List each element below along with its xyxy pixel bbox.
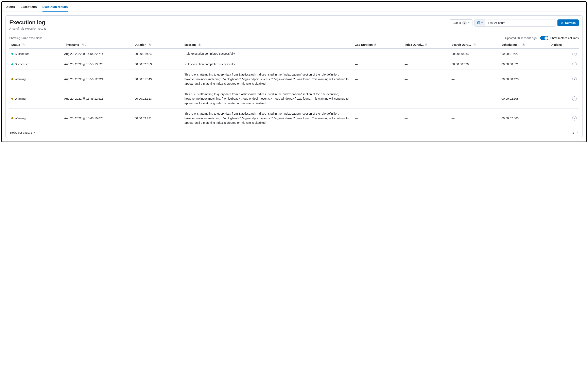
sort-desc-icon[interactable]: ↓ — [85, 44, 86, 46]
metrics-columns-toggle[interactable] — [540, 36, 548, 40]
search-cell: — — [450, 69, 500, 89]
message-cell: This rule is attempting to query data fr… — [182, 109, 353, 128]
help-icon[interactable]: ? — [425, 44, 428, 46]
table-row: WarningAug 20, 2022 @ 15:40:10.07500:00:… — [9, 109, 579, 128]
duration-cell: 00:00:01:949 — [133, 69, 182, 89]
col-header-status[interactable]: Status ? — [9, 42, 62, 49]
col-header-duration-label: Duration — [135, 43, 146, 46]
next-page-button[interactable]: › — [577, 131, 578, 134]
help-icon[interactable]: ? — [374, 44, 377, 46]
search-cell: 00:00:00:064 — [450, 49, 500, 59]
col-header-status-label: Status — [11, 43, 20, 46]
row-actions-button[interactable] — [572, 62, 577, 66]
duration-cell: 00:00:02:353 — [133, 59, 182, 69]
prev-page-button[interactable]: ‹ — [568, 131, 570, 134]
tab-alerts[interactable]: Alerts — [6, 4, 15, 11]
chevron-down-icon: ▾ — [481, 22, 483, 24]
col-header-scheduling[interactable]: Scheduling … ? — [499, 42, 549, 49]
table-row: SucceededAug 20, 2022 @ 15:55:13.72300:0… — [9, 59, 579, 69]
col-header-gap-duration[interactable]: Gap Duration ? — [353, 42, 403, 49]
search-cell: — — [450, 109, 500, 128]
status-dot-icon — [11, 63, 13, 65]
pagination: ‹ 1 › — [568, 131, 578, 134]
help-icon[interactable]: ? — [81, 44, 84, 46]
index-cell: — — [403, 109, 450, 128]
status-label: Succeeded — [15, 52, 30, 55]
showing-count: Showing 5 rule executions — [9, 36, 42, 40]
status-cell: Succeeded — [11, 63, 60, 66]
row-actions-button[interactable] — [572, 52, 577, 56]
col-header-duration[interactable]: Duration ? — [133, 42, 182, 49]
message-cell: This rule is attempting to query data fr… — [182, 69, 353, 89]
gap-cell: — — [353, 69, 403, 89]
status-dot-icon — [11, 117, 13, 119]
status-cell: Warning — [11, 97, 60, 100]
rows-per-page-label: Rows per page: 5 — [10, 131, 32, 134]
help-icon[interactable]: ? — [148, 44, 151, 46]
col-header-index-duration[interactable]: Index Durati… ? — [403, 42, 450, 49]
status-cell: Warning — [11, 77, 60, 81]
status-dot-icon — [11, 78, 13, 80]
refresh-button[interactable]: Refresh — [557, 20, 579, 26]
help-icon[interactable]: ? — [198, 44, 201, 46]
gap-cell: — — [353, 49, 403, 59]
timestamp-cell: Aug 20, 2022 @ 15:50:12.921 — [62, 69, 133, 89]
svg-rect-0 — [478, 22, 480, 24]
timestamp-cell: Aug 20, 2022 @ 15:55:13.723 — [62, 59, 133, 69]
table-row: WarningAug 20, 2022 @ 15:50:12.92100:00:… — [9, 69, 579, 89]
col-header-actions-label: Actions — [551, 43, 562, 46]
scheduling-cell: 00:00:01:627 — [499, 49, 549, 59]
row-actions-button[interactable] — [572, 77, 577, 81]
refresh-button-label: Refresh — [565, 21, 576, 24]
help-icon[interactable]: ? — [522, 44, 525, 46]
status-dot-icon — [11, 98, 13, 100]
status-label: Warning — [15, 97, 25, 100]
scheduling-cell: 00:00:00:428 — [499, 69, 549, 89]
col-header-search-label: Search Dura… — [452, 43, 471, 46]
scheduling-cell: 00:00:02:508 — [499, 89, 549, 108]
duration-cell: 00:00:03:921 — [133, 109, 182, 128]
page-number[interactable]: 1 — [572, 131, 574, 134]
row-actions-button[interactable] — [572, 116, 577, 121]
message-cell: This rule is attempting to query data fr… — [182, 89, 353, 108]
duration-cell: 00:00:02:113 — [133, 89, 182, 108]
page-subtitle: A log of rule execution results — [9, 27, 46, 30]
status-label: Succeeded — [15, 63, 30, 66]
gap-cell: — — [353, 109, 403, 128]
status-label: Warning — [15, 117, 25, 120]
status-cell: Warning — [11, 117, 60, 120]
help-icon[interactable]: ? — [473, 44, 475, 46]
timestamp-cell: Aug 20, 2022 @ 15:45:12.511 — [62, 89, 133, 108]
status-filter-count: 3 — [462, 21, 467, 24]
updated-ago: Updated 28 seconds ago — [505, 36, 537, 40]
date-range-label[interactable]: Last 24 hours — [485, 20, 555, 26]
col-header-scheduling-label: Scheduling … — [501, 43, 520, 46]
col-header-timestamp-label: Timestamp — [64, 43, 79, 46]
chevron-down-icon: ▾ — [34, 131, 35, 134]
row-actions-button[interactable] — [572, 96, 577, 101]
tab-execution-results[interactable]: Execution results — [42, 4, 68, 11]
col-header-timestamp[interactable]: Timestamp ? ↓ — [62, 42, 133, 49]
search-cell: 00:00:00:090 — [450, 59, 500, 69]
status-dot-icon — [11, 53, 13, 55]
col-header-message-label: Message — [185, 43, 197, 46]
table-row: WarningAug 20, 2022 @ 15:45:12.51100:00:… — [9, 89, 579, 108]
status-label: Warning — [15, 77, 25, 81]
col-header-actions: Actions — [549, 42, 579, 49]
col-header-gap-label: Gap Duration — [355, 43, 373, 46]
index-cell: — — [403, 69, 450, 89]
col-header-search-duration[interactable]: Search Dura… ? — [450, 42, 500, 49]
tab-exceptions[interactable]: Exceptions — [21, 4, 37, 11]
index-cell: — — [403, 89, 450, 108]
date-quick-select[interactable]: ▾ — [475, 20, 485, 26]
date-range-picker[interactable]: ▾ Last 24 hours — [474, 19, 556, 27]
duration-cell: 00:00:01:424 — [133, 49, 182, 59]
page-title: Execution log — [9, 19, 46, 26]
chevron-down-icon: ▾ — [468, 22, 469, 24]
rows-per-page-select[interactable]: Rows per page: 5 ▾ — [10, 131, 35, 134]
index-cell: — — [403, 49, 450, 59]
col-header-message[interactable]: Message ? — [182, 42, 353, 49]
status-filter-button[interactable]: Status 3 ▾ — [450, 20, 472, 26]
help-icon[interactable]: ? — [22, 44, 24, 46]
col-header-index-label: Index Durati… — [405, 43, 424, 46]
